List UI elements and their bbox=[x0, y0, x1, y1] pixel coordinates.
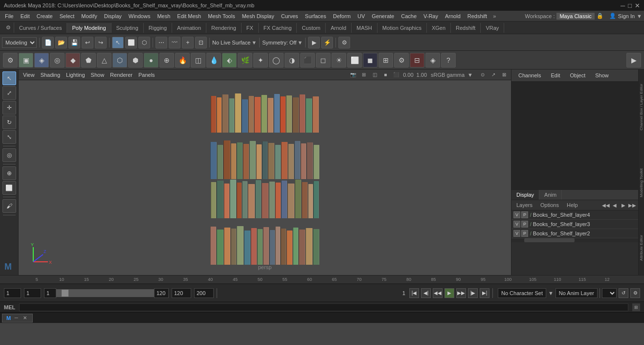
channel-box-strip-label[interactable]: Channel Box / Layer Editor bbox=[639, 84, 644, 131]
layer-p-btn-3[interactable]: P bbox=[521, 230, 528, 237]
max-frame-field[interactable] bbox=[194, 288, 214, 298]
layer-visibility-3[interactable]: V P bbox=[513, 230, 528, 237]
shelf-icon-18[interactable]: ◑ bbox=[285, 53, 299, 68]
snap-lt[interactable]: ⊕ bbox=[2, 166, 16, 180]
layer-row-1[interactable]: V P / Books_for_Shelf_layer4 bbox=[511, 210, 638, 220]
layers-icon-fwd[interactable]: ▶ bbox=[620, 201, 627, 209]
layer-row-3[interactable]: V P / Books_for_Shelf_layer2 bbox=[511, 229, 638, 238]
menu-redshift[interactable]: Redshift bbox=[465, 12, 490, 20]
shelf-icon-5[interactable]: ⬟ bbox=[81, 53, 96, 68]
vp-menu-panels[interactable]: Panels bbox=[136, 71, 157, 78]
paint-lt[interactable]: 🖌 bbox=[2, 199, 16, 213]
snap-grid-btn[interactable]: ⋯ bbox=[155, 37, 167, 48]
display-settings-btn[interactable]: ⚙ bbox=[338, 37, 350, 48]
transform-tool-lt[interactable]: ⤢ bbox=[2, 86, 16, 100]
select-tool-btn[interactable]: ↖ bbox=[112, 37, 124, 48]
layer-p-btn-1[interactable]: P bbox=[521, 211, 528, 218]
shelf-icon-26[interactable]: ⊟ bbox=[410, 53, 424, 68]
layers-icon-prev[interactable]: ◀◀ bbox=[602, 201, 610, 209]
sign-in-button[interactable]: Sign In bbox=[618, 13, 635, 19]
menu-arnold[interactable]: Arnold bbox=[442, 12, 464, 20]
maya-taskbar-btn[interactable]: M ─ ✕ bbox=[2, 314, 33, 322]
start-frame-field[interactable] bbox=[24, 288, 41, 298]
layers-scrollbar[interactable] bbox=[511, 238, 638, 242]
shelf-tab-mash[interactable]: MASH bbox=[352, 23, 378, 33]
timeline-ruler[interactable]: 5 10 15 20 25 30 35 40 45 50 55 60 65 70… bbox=[0, 275, 644, 284]
workspace-lock-icon[interactable]: 🔒 bbox=[597, 13, 603, 19]
step-back-btn[interactable]: ◀| bbox=[421, 288, 431, 298]
vp-icon-solid[interactable]: ■ bbox=[380, 70, 390, 79]
timeline-range[interactable] bbox=[56, 289, 154, 297]
menu-file[interactable]: File bbox=[2, 12, 17, 20]
shelf-icon-27[interactable]: ◈ bbox=[425, 53, 440, 68]
more-menus-icon[interactable]: » bbox=[493, 13, 496, 19]
play-fwd-btn[interactable]: ▶▶ bbox=[456, 288, 466, 298]
char-set-arrow[interactable]: ▼ bbox=[548, 290, 554, 296]
layer-v-btn-2[interactable]: V bbox=[513, 221, 520, 228]
viewport-canvas[interactable]: X Y Z persp bbox=[19, 80, 511, 275]
character-set-btn[interactable]: No Character Set bbox=[498, 288, 546, 298]
shelf-tab-poly[interactable]: Poly Modeling bbox=[67, 23, 111, 33]
close-button[interactable]: ✕ bbox=[635, 2, 640, 9]
window-controls[interactable]: ─ □ ✕ bbox=[621, 2, 640, 9]
shelf-tab-gear[interactable]: ⚙ bbox=[3, 23, 14, 33]
select-tool-lt[interactable]: ↖ bbox=[2, 71, 16, 85]
shelf-icon-13[interactable]: 💧 bbox=[206, 53, 221, 68]
current-frame-field[interactable] bbox=[4, 288, 21, 298]
shelf-icon-20[interactable]: ◻ bbox=[316, 53, 331, 68]
shelf-settings-icon[interactable]: ⚙ bbox=[3, 53, 18, 68]
shelf-icon-8[interactable]: ⬢ bbox=[128, 53, 143, 68]
attribute-editor-strip-label[interactable]: Attribute Editor bbox=[639, 235, 644, 261]
maya-taskbar-close[interactable]: ✕ bbox=[22, 315, 28, 322]
live-surface-dropdown[interactable]: ▼ bbox=[251, 40, 257, 46]
layers-help-btn[interactable]: Help bbox=[564, 202, 581, 208]
shelf-icon-22[interactable]: ⬜ bbox=[347, 53, 362, 68]
shelf-tab-rendering[interactable]: Rendering bbox=[206, 23, 242, 33]
maya-taskbar-minimize[interactable]: ─ bbox=[13, 315, 20, 322]
marquee-lt[interactable]: ⬜ bbox=[2, 181, 16, 195]
display-tab[interactable]: Display bbox=[511, 190, 539, 200]
show-btn[interactable]: Show bbox=[592, 71, 612, 79]
vp-menu-view[interactable]: View bbox=[21, 71, 37, 78]
menu-windows[interactable]: Windows bbox=[126, 12, 154, 20]
playback-settings-btn[interactable]: ↺ bbox=[619, 288, 628, 298]
layer-v-btn-1[interactable]: V bbox=[513, 211, 520, 218]
menu-surfaces[interactable]: Surfaces bbox=[302, 12, 329, 20]
menu-modify[interactable]: Modify bbox=[78, 12, 100, 20]
menu-edit-mesh[interactable]: Edit Mesh bbox=[174, 12, 204, 20]
shelf-tab-rigging[interactable]: Rigging bbox=[144, 23, 172, 33]
menu-create[interactable]: Create bbox=[34, 12, 56, 20]
mode-selector[interactable]: Modeling bbox=[2, 37, 37, 48]
object-btn[interactable]: Object bbox=[567, 71, 588, 79]
status-icon-grid[interactable]: ⊞ bbox=[632, 303, 640, 311]
menu-cache[interactable]: Cache bbox=[398, 12, 420, 20]
command-input[interactable] bbox=[19, 303, 628, 311]
symmetry-dropdown[interactable]: ▼ bbox=[297, 40, 303, 46]
playback-end-field[interactable] bbox=[172, 288, 191, 298]
vp-menu-show[interactable]: Show bbox=[89, 71, 107, 78]
shelf-icon-28[interactable]: ? bbox=[441, 53, 456, 68]
shelf-tab-sculpting[interactable]: Sculpting bbox=[111, 23, 144, 33]
vp-corner-icon-2[interactable]: ↗ bbox=[489, 70, 498, 79]
play-back-btn[interactable]: ◀◀ bbox=[433, 288, 443, 298]
menu-mesh-tools[interactable]: Mesh Tools bbox=[205, 12, 238, 20]
layers-icon-next[interactable]: ▶▶ bbox=[628, 201, 636, 209]
layers-scrollbar-thumb[interactable] bbox=[524, 238, 575, 242]
lasso-select-btn[interactable]: ⬡ bbox=[138, 37, 150, 48]
shelf-tab-animation[interactable]: Animation bbox=[172, 23, 206, 33]
vp-icon-wireframe[interactable]: ◫ bbox=[370, 70, 379, 79]
vp-corner-icon-1[interactable]: ⊙ bbox=[478, 70, 488, 79]
shelf-icon-25[interactable]: ⚙ bbox=[394, 53, 409, 68]
vp-corner-icon-3[interactable]: ⊠ bbox=[499, 70, 509, 79]
maximize-button[interactable]: □ bbox=[628, 2, 632, 9]
shelf-tab-arnold[interactable]: Arnold bbox=[326, 23, 352, 33]
open-scene-btn[interactable]: 📂 bbox=[55, 37, 67, 48]
shelf-tab-vray[interactable]: VRay bbox=[481, 23, 504, 33]
shelf-icon-10[interactable]: ⊕ bbox=[159, 53, 174, 68]
menu-vray[interactable]: V-Ray bbox=[421, 12, 441, 20]
range-slider[interactable] bbox=[44, 288, 169, 298]
shelf-icon-11[interactable]: 🔥 bbox=[175, 53, 190, 68]
shelf-icon-4[interactable]: ◆ bbox=[66, 53, 80, 68]
shelf-icon-17[interactable]: ◯ bbox=[269, 53, 284, 68]
vp-menu-shading[interactable]: Shading bbox=[38, 71, 63, 78]
